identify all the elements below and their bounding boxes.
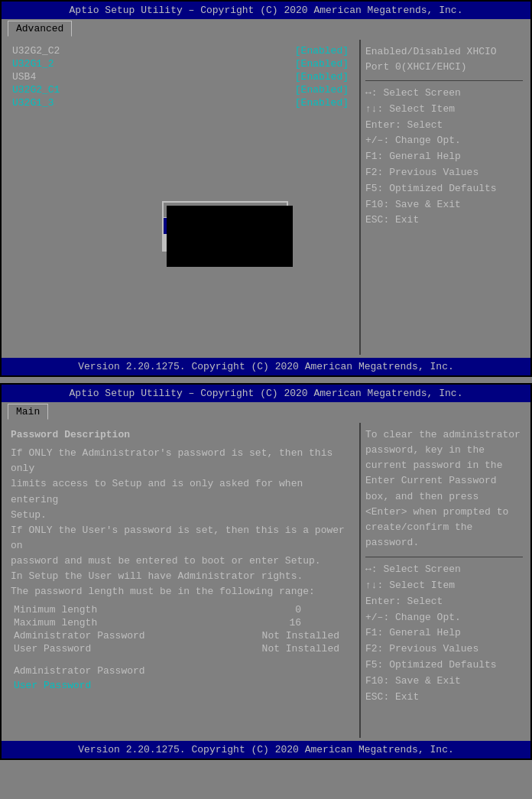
key-help-2: ↔: Select Screen ↑↓: Select Item Enter: … xyxy=(365,562,523,705)
menu-item-u32g1-2[interactable]: U32G1_2 [Enabled] xyxy=(9,57,352,70)
separator-2 xyxy=(365,557,523,557)
desc-line-8: The password length must be in the follo… xyxy=(11,584,350,599)
item-name-u32g1-2: U32G1_2 xyxy=(12,58,54,70)
separator-1 xyxy=(365,80,523,81)
menu-item-u32g2c1[interactable]: U32G2_C1 [Enabled] xyxy=(9,83,352,96)
title-bar-1: Aptio Setup Utility – Copyright (C) 2020… xyxy=(2,2,530,19)
menu-item-usb4[interactable]: USB4 [Enabled] xyxy=(9,70,352,83)
desc-line-5: If ONLY the User's password is set, then… xyxy=(11,523,350,554)
title-text-2: Aptio Setup Utility – Copyright (C) 2020… xyxy=(70,388,463,399)
right-panel-2: To clear the administrator password, key… xyxy=(359,423,527,738)
content-area-2: Password Description If ONLY the Adminis… xyxy=(2,420,530,741)
footer-text-2: Version 2.20.1275. Copyright (C) 2020 Am… xyxy=(78,744,453,755)
help-text-1: Enabled/Disabled XHCIO Port 0(XHCI/EHCI) xyxy=(365,44,523,74)
item-name-u32g1-3: U32G1_3 xyxy=(12,97,54,109)
popup-shadow xyxy=(167,206,293,267)
key-help-1: ↔: Select Screen ↑↓: Select Item Enter: … xyxy=(365,86,523,229)
desc-line-7: In Setup the User will have Administrato… xyxy=(11,569,350,584)
field-max-label: Maximum length xyxy=(14,617,97,628)
desc-panel: Password Description If ONLY the Adminis… xyxy=(5,423,356,738)
bios-window-1: Aptio Setup Utility – Copyright (C) 2020… xyxy=(0,0,532,377)
admin-password-link[interactable]: Administrator Password xyxy=(11,664,350,677)
tab-main[interactable]: Main xyxy=(8,404,48,420)
item-value-u32g1-3: [Enabled] xyxy=(295,97,349,109)
item-value-usb4: [Enabled] xyxy=(295,71,349,83)
field-admin-label: Administrator Password xyxy=(14,630,145,641)
content-area-1: U32G2_C2 [Enabled] U32G1_2 [Enabled] USB… xyxy=(2,37,530,358)
desc-line-1: Password Description xyxy=(11,427,350,443)
tab-bar-1: Advanced xyxy=(2,19,530,37)
item-name-u32g2c2: U32G2_C2 xyxy=(12,45,60,57)
field-min-length: Minimum length 0 xyxy=(11,603,350,616)
bios-window-2: Aptio Setup Utility – Copyright (C) 2020… xyxy=(0,383,532,760)
desc-line-4: Setup. xyxy=(11,508,350,523)
item-name-u32g2c1: U32G2_C1 xyxy=(12,84,60,96)
right-panel-1: Enabled/Disabled XHCIO Port 0(XHCI/EHCI)… xyxy=(359,40,527,355)
tab-advanced[interactable]: Advanced xyxy=(8,21,72,37)
item-name-usb4: USB4 xyxy=(12,71,36,83)
left-panel-1: U32G2_C2 [Enabled] U32G1_2 [Enabled] USB… xyxy=(5,40,356,355)
field-min-value: 0 xyxy=(295,604,301,615)
desc-line-6: password and must be entered to boot or … xyxy=(11,554,350,569)
footer-bar-1: Version 2.20.1275. Copyright (C) 2020 Am… xyxy=(2,358,530,375)
user-password-link[interactable]: User Password xyxy=(11,679,350,692)
desc-line-2: If ONLY the Administrator's password is … xyxy=(11,446,350,476)
field-user-value: Not Installed xyxy=(262,643,339,654)
field-max-length: Maximum length 16 xyxy=(11,616,350,629)
item-value-u32g2c1: [Enabled] xyxy=(295,84,349,96)
field-admin-value: Not Installed xyxy=(262,630,339,641)
help-text-2: To clear the administrator password, key… xyxy=(365,427,523,551)
title-bar-2: Aptio Setup Utility – Copyright (C) 2020… xyxy=(2,385,530,402)
item-value-u32g1-2: [Enabled] xyxy=(295,58,349,70)
field-max-value: 16 xyxy=(289,617,301,628)
menu-item-u32g2c2[interactable]: U32G2_C2 [Enabled] xyxy=(9,44,352,57)
footer-bar-2: Version 2.20.1275. Copyright (C) 2020 Am… xyxy=(2,741,530,758)
links-section: Administrator Password User Password xyxy=(11,664,350,692)
menu-item-u32g1-3[interactable]: U32G1_3 [Enabled] xyxy=(9,96,352,109)
footer-text-1: Version 2.20.1275. Copyright (C) 2020 Am… xyxy=(78,361,453,372)
field-user-password: User Password Not Installed xyxy=(11,642,350,655)
field-user-label: User Password xyxy=(14,643,91,654)
tab-bar-2: Main xyxy=(2,402,530,420)
field-admin-password: Administrator Password Not Installed xyxy=(11,629,350,642)
title-text-1: Aptio Setup Utility – Copyright (C) 2020… xyxy=(70,5,463,16)
item-value-u32g2c2: [Enabled] xyxy=(295,45,349,57)
desc-line-3: limits access to Setup and is only asked… xyxy=(11,476,350,507)
field-min-label: Minimum length xyxy=(14,604,97,615)
